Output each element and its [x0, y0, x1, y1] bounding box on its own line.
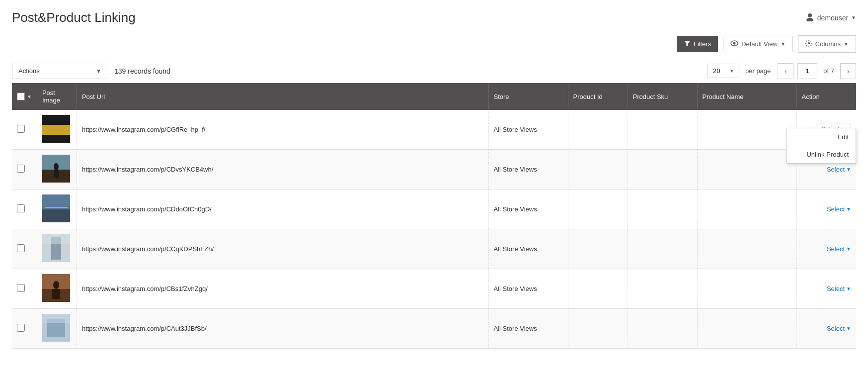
header-check-arrow[interactable]: ▼ [27, 94, 32, 99]
post-url-link-6[interactable]: https://www.instagram.com/p/CAut3JJBfSb/ [82, 325, 207, 332]
select-arrow-down-icon: ▼ [846, 167, 851, 172]
product-sku-cell [628, 309, 697, 349]
product-sku-cell [628, 110, 697, 150]
actions-select[interactable]: Actions [12, 63, 106, 79]
row-checkbox-cell [12, 190, 37, 229]
select-arrow-down-icon: ▼ [846, 206, 851, 212]
post-url-link-5[interactable]: https://www.instagram.com/p/CBs1fZvhZgq/ [82, 285, 208, 292]
data-table: ▼ PostImage Post Url Store Product Id Pr… [12, 83, 856, 349]
product-name-cell [697, 269, 796, 309]
page-wrapper: Post&Product Linking demouser ▼ Filters [0, 0, 868, 380]
th-post-image: PostImage [37, 83, 77, 110]
records-count: 139 records found [114, 67, 170, 75]
post-url-link-3[interactable]: https://www.instagram.com/p/CDdoOfCh0gD/ [82, 205, 212, 213]
product-sku-cell [628, 190, 697, 229]
per-page-select[interactable]: 20 50 100 [708, 64, 738, 78]
product-name-cell [697, 110, 796, 150]
product-id-cell [568, 110, 628, 150]
post-url-cell: https://www.instagram.com/p/CGfiRe_hp_f/ [77, 110, 488, 150]
pagination-prev-button[interactable]: ‹ [778, 63, 793, 79]
user-icon [805, 12, 814, 23]
row-checkbox-1[interactable] [17, 125, 25, 133]
right-toolbar: 20 50 100 ▼ per page ‹ of 7 › [708, 63, 856, 79]
product-id-cell [568, 190, 628, 229]
dropdown-unlink-1[interactable]: Unlink Product [787, 146, 856, 163]
select-button-5[interactable]: Select ▼ [827, 285, 851, 292]
action-cell: Select ▼ [796, 269, 856, 309]
post-image-cell [37, 190, 77, 229]
per-page-label: per page [745, 67, 771, 75]
actions-select-wrapper: Actions ▼ [12, 63, 106, 79]
table-row: https://www.instagram.com/p/CBs1fZvhZgq/… [12, 269, 856, 309]
post-url-link-1[interactable]: https://www.instagram.com/p/CGfiRe_hp_f/ [82, 126, 206, 133]
svg-point-0 [808, 13, 812, 17]
svg-rect-21 [52, 289, 60, 299]
row-checkbox-6[interactable] [17, 324, 25, 332]
post-url-cell: https://www.instagram.com/p/CDvsYKCB4wh/ [77, 150, 488, 190]
row-checkbox-cell [12, 150, 37, 190]
th-checkbox: ▼ [12, 83, 37, 110]
pagination-next-button[interactable]: › [840, 63, 856, 79]
post-url-cell: https://www.instagram.com/p/CDdoOfCh0gD/ [77, 190, 488, 229]
default-view-label: Default View [741, 40, 778, 48]
select-all-checkbox[interactable] [17, 93, 25, 100]
post-url-link-4[interactable]: https://www.instagram.com/p/CCqKDPShFZh/ [82, 245, 214, 253]
dropdown-edit-1[interactable]: Edit [787, 128, 856, 146]
filters-button[interactable]: Filters [677, 36, 718, 52]
action-cell: Select ▼ [796, 190, 856, 229]
select-button-6[interactable]: Select ▼ [827, 325, 851, 332]
row-checkbox-3[interactable] [17, 204, 25, 212]
product-name-cell [697, 229, 796, 269]
post-url-cell: https://www.instagram.com/p/CAut3JJBfSb/ [77, 309, 488, 349]
pagination-page-input[interactable] [797, 63, 817, 79]
th-action: Action [796, 83, 856, 110]
svg-point-4 [808, 42, 810, 44]
product-id-cell [568, 309, 628, 349]
th-product-sku: Product Sku [628, 83, 697, 110]
row-checkbox-cell [12, 269, 37, 309]
columns-button[interactable]: Columns ▼ [798, 35, 856, 53]
store-text-4: All Store Views [494, 245, 537, 253]
gear-icon [805, 40, 812, 48]
post-image-cell [37, 110, 77, 150]
row-checkbox-2[interactable] [17, 165, 25, 173]
store-text-2: All Store Views [494, 166, 537, 173]
post-url-link-2[interactable]: https://www.instagram.com/p/CDvsYKCB4wh/ [82, 166, 213, 173]
table-row: https://www.instagram.com/p/CDvsYKCB4wh/… [12, 150, 856, 190]
select-button-2[interactable]: Select ▼ [827, 166, 851, 173]
page-title: Post&Product Linking [12, 10, 136, 25]
post-url-cell: https://www.instagram.com/p/CBs1fZvhZgq/ [77, 269, 488, 309]
svg-rect-7 [47, 129, 65, 134]
product-name-cell [697, 150, 796, 190]
post-image-cell [37, 150, 77, 190]
post-url-cell: https://www.instagram.com/p/CCqKDPShFZh/ [77, 229, 488, 269]
page-header: Post&Product Linking demouser ▼ [12, 10, 856, 25]
user-menu[interactable]: demouser ▼ [805, 12, 856, 23]
row-checkbox-cell [12, 229, 37, 269]
svg-point-10 [54, 163, 59, 170]
store-cell: All Store Views [488, 229, 568, 269]
select-arrow-down-icon: ▼ [846, 326, 851, 331]
select-button-3[interactable]: Select ▼ [827, 205, 851, 213]
user-dropdown-arrow: ▼ [851, 15, 856, 20]
store-text-1: All Store Views [494, 126, 537, 133]
post-image-cell [37, 229, 77, 269]
row-checkbox-5[interactable] [17, 284, 25, 292]
th-product-id: Product Id [568, 83, 628, 110]
store-text-3: All Store Views [494, 205, 537, 213]
username-label: demouser [817, 14, 848, 22]
th-store: Store [488, 83, 568, 110]
select-button-4[interactable]: Select ▼ [827, 245, 851, 253]
row-checkbox-4[interactable] [17, 244, 25, 252]
svg-rect-13 [42, 209, 70, 222]
select-arrow-down-icon: ▼ [846, 246, 851, 252]
product-name-cell [697, 309, 796, 349]
store-text-6: All Store Views [494, 325, 537, 332]
columns-arrow: ▼ [844, 41, 849, 47]
default-view-button[interactable]: Default View ▼ [723, 36, 793, 52]
table-row: https://www.instagram.com/p/CAut3JJBfSb/… [12, 309, 856, 349]
action-dropdown-menu-1: Edit Unlink Product [787, 128, 856, 164]
product-sku-cell [628, 269, 697, 309]
table-body: https://www.instagram.com/p/CGfiRe_hp_f/… [12, 110, 856, 349]
pagination-total: of 7 [823, 67, 834, 75]
